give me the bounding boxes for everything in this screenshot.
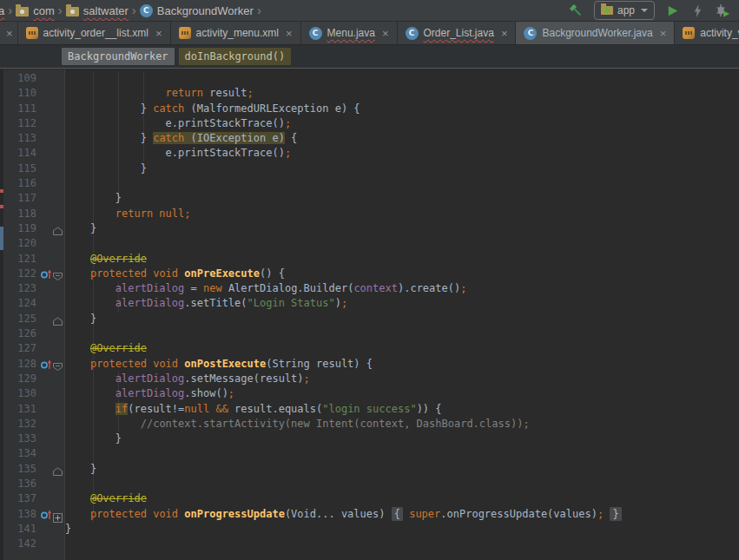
code-line[interactable]: } — [65, 191, 739, 206]
code-line[interactable]: alertDialog.setTitle("Login Status"); — [65, 296, 739, 311]
code-line[interactable]: if(result!=null && result.equals("login … — [65, 402, 739, 417]
gutter-line[interactable]: 121 — [3, 252, 64, 267]
gutter-line[interactable]: 130 — [3, 386, 64, 401]
gutter-line[interactable]: 135 — [3, 462, 64, 477]
breadcrumb-item[interactable]: com — [16, 4, 55, 17]
line-number[interactable]: 116 — [5, 176, 36, 191]
gutter-line[interactable]: 124 — [3, 296, 64, 311]
gutter-line[interactable]: 127 — [3, 341, 64, 356]
line-number[interactable]: 128 — [5, 357, 36, 372]
gutter-line[interactable]: 136 — [3, 477, 64, 491]
gutter-line[interactable]: 138 — [3, 507, 64, 522]
code-line[interactable]: } — [65, 312, 739, 326]
line-number[interactable]: 111 — [5, 102, 36, 116]
editor-tab[interactable]: activity_order__list.xml× — [18, 22, 171, 44]
close-icon[interactable]: × — [286, 28, 293, 39]
line-number[interactable]: 119 — [5, 221, 36, 236]
code-line[interactable]: @Override — [65, 252, 739, 267]
code-line[interactable]: //context.startActivity(new Intent(conte… — [65, 417, 739, 432]
gutter-line[interactable]: 117 — [3, 191, 64, 206]
code-line[interactable]: @Override — [65, 341, 739, 356]
code-line[interactable] — [65, 446, 739, 461]
gutter-line[interactable]: 123 — [3, 281, 64, 296]
close-icon[interactable]: × — [155, 28, 162, 39]
gutter-line[interactable]: 142 — [3, 537, 64, 551]
gutter-line[interactable]: 129 — [3, 372, 64, 386]
line-number[interactable]: 113 — [5, 131, 36, 146]
run-icon[interactable] — [664, 3, 680, 18]
code-editor[interactable]: 1091101111121131141151161171181191201211… — [0, 69, 739, 560]
line-number[interactable]: 120 — [5, 236, 36, 251]
line-number[interactable]: 142 — [5, 537, 36, 551]
code-line[interactable]: @Override — [65, 491, 739, 506]
code-line[interactable] — [65, 236, 739, 251]
line-number[interactable]: 115 — [5, 161, 36, 176]
gutter-line[interactable]: 126 — [3, 326, 64, 341]
editor-tab[interactable]: CBackgroundWorker.java× — [516, 22, 675, 44]
build-hammer-icon[interactable] — [569, 3, 584, 18]
breadcrumb-item[interactable]: a — [0, 4, 4, 17]
line-number[interactable]: 121 — [5, 252, 36, 267]
gutter-line[interactable]: 119 — [3, 221, 64, 236]
code-line[interactable] — [65, 176, 739, 191]
line-number[interactable]: 136 — [5, 477, 36, 491]
code-line[interactable]: protected void onProgressUpdate(Void... … — [65, 507, 739, 522]
line-number[interactable]: 109 — [5, 71, 36, 86]
close-icon[interactable]: × — [660, 28, 667, 39]
line-number[interactable]: 133 — [5, 432, 36, 446]
gutter-line[interactable]: 114 — [3, 146, 64, 161]
line-number[interactable]: 118 — [5, 207, 36, 221]
gutter-line[interactable]: 111 — [3, 102, 64, 116]
line-number[interactable]: 131 — [5, 402, 36, 417]
editor-tab[interactable]: CMenu.java× — [301, 22, 398, 44]
breadcrumb-item[interactable]: CBackgroundWorker — [140, 4, 254, 17]
gutter-line[interactable]: 132 — [3, 417, 64, 432]
line-number[interactable]: 114 — [5, 146, 36, 161]
apply-changes-lightning-icon[interactable] — [690, 3, 705, 18]
gutter-line[interactable]: 120 — [3, 236, 64, 251]
code-line[interactable] — [65, 326, 739, 341]
gutter-line[interactable]: 118 — [3, 207, 64, 221]
code-line[interactable] — [65, 477, 739, 491]
code-line[interactable]: } — [65, 221, 739, 236]
line-number[interactable]: 141 — [5, 522, 36, 537]
code-line[interactable] — [65, 71, 739, 86]
gutter-line[interactable]: 116 — [3, 176, 64, 191]
gutter-line[interactable]: 134 — [3, 446, 64, 461]
line-number[interactable]: 124 — [5, 296, 36, 311]
code-line[interactable]: } catch (MalformedURLException e) { — [65, 102, 739, 116]
editor-tab[interactable]: COrder_List.java× — [398, 22, 517, 44]
line-number[interactable]: 130 — [5, 386, 36, 401]
code-line[interactable]: } catch (IOException e) { — [65, 131, 739, 146]
close-icon[interactable]: × — [501, 28, 508, 39]
code-line[interactable] — [65, 537, 739, 551]
code-line[interactable]: } — [65, 432, 739, 446]
line-number[interactable]: 129 — [5, 372, 36, 386]
code-line[interactable]: alertDialog = new AlertDialog.Builder(co… — [65, 281, 739, 296]
line-number[interactable]: 138 — [5, 507, 36, 522]
gutter-line[interactable]: 110 — [3, 86, 64, 101]
gutter-line[interactable]: 109 — [3, 71, 64, 86]
code-line[interactable]: } — [65, 161, 739, 176]
close-icon[interactable]: × — [382, 28, 389, 39]
line-number[interactable]: 123 — [5, 281, 36, 296]
line-number[interactable]: 132 — [5, 417, 36, 432]
gutter-line[interactable]: 112 — [3, 116, 64, 131]
breadcrumb-item[interactable]: saltwater — [66, 4, 129, 17]
code-line[interactable]: return result; — [65, 86, 739, 101]
code-line[interactable]: } — [65, 462, 739, 477]
code-line[interactable]: e.printStackTrace(); — [65, 146, 739, 161]
code-line[interactable]: protected void onPreExecute() { — [65, 267, 739, 281]
code-line[interactable]: } — [65, 522, 739, 537]
gutter-line[interactable]: 125 — [3, 312, 64, 326]
line-number[interactable]: 134 — [5, 446, 36, 461]
gutter-line[interactable]: 141 — [3, 522, 64, 537]
code-line[interactable]: alertDialog.setMessage(result); — [65, 372, 739, 386]
debug-icon[interactable] — [715, 3, 730, 18]
editor-tab[interactable]: activity_volley — [675, 22, 739, 44]
gutter-line[interactable]: 115 — [3, 161, 64, 176]
line-number[interactable]: 125 — [5, 312, 36, 326]
gutter-line[interactable]: 137 — [3, 491, 64, 506]
gutter-line[interactable]: 131 — [3, 402, 64, 417]
editor-tab[interactable]: × — [0, 22, 18, 44]
